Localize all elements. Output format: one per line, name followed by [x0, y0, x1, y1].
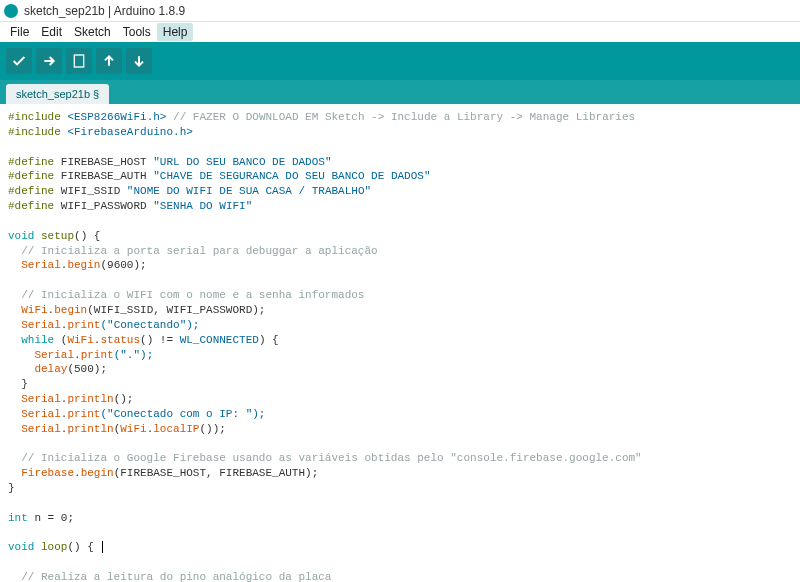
tab-sketch[interactable]: sketch_sep21b § [6, 84, 109, 104]
window-title: sketch_sep21b | Arduino 1.8.9 [24, 4, 185, 18]
menu-help[interactable]: Help [157, 23, 194, 41]
menubar: File Edit Sketch Tools Help [0, 22, 800, 42]
verify-button[interactable] [6, 48, 32, 74]
check-icon [11, 53, 27, 69]
menu-sketch[interactable]: Sketch [68, 23, 117, 41]
svg-rect-0 [74, 55, 83, 67]
upload-button[interactable] [36, 48, 62, 74]
code-editor[interactable]: #include <ESP8266WiFi.h> // FAZER O DOWN… [0, 104, 800, 582]
menu-tools[interactable]: Tools [117, 23, 157, 41]
arrow-down-icon [131, 53, 147, 69]
new-file-icon [71, 53, 87, 69]
menu-edit[interactable]: Edit [35, 23, 68, 41]
new-button[interactable] [66, 48, 92, 74]
save-button[interactable] [126, 48, 152, 74]
menu-file[interactable]: File [4, 23, 35, 41]
arrow-up-icon [101, 53, 117, 69]
cursor-caret [102, 541, 103, 553]
tabbar: sketch_sep21b § [0, 80, 800, 104]
titlebar: sketch_sep21b | Arduino 1.8.9 [0, 0, 800, 22]
code-content[interactable]: #include <ESP8266WiFi.h> // FAZER O DOWN… [8, 110, 792, 582]
arduino-app-icon [4, 4, 18, 18]
open-button[interactable] [96, 48, 122, 74]
arrow-right-icon [41, 53, 57, 69]
toolbar [0, 42, 800, 80]
